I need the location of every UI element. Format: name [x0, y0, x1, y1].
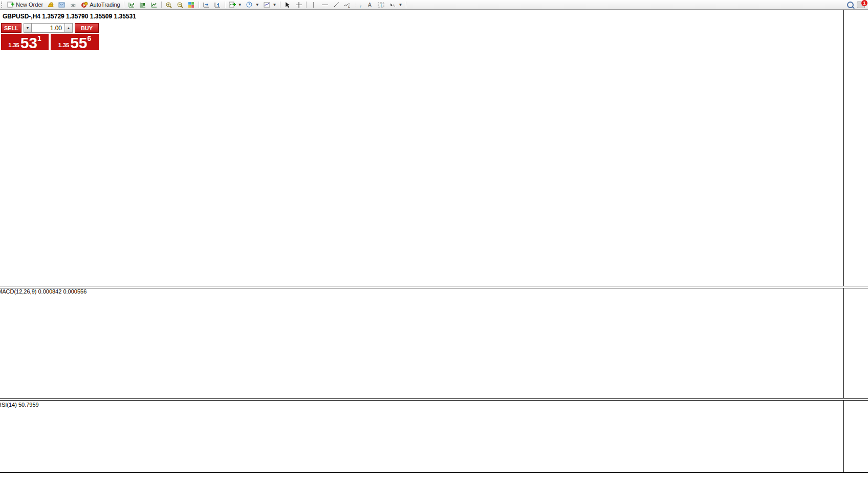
line-chart-icon: [150, 2, 158, 8]
indicators-button[interactable]: ▼: [227, 1, 244, 9]
zoom-out-icon: [177, 2, 184, 8]
caret-down-icon: ▼: [398, 3, 402, 7]
date-axis[interactable]: [0, 472, 868, 481]
symbol-ohlc-header: GBPUSD-,H4 1.35729 1.35790 1.35509 1.355…: [3, 13, 136, 20]
tile-windows-icon: [188, 2, 195, 8]
toolbar: New Order AutoTrading: [0, 0, 868, 10]
tile-windows-button[interactable]: [186, 1, 197, 9]
volume-increment-button[interactable]: ▲: [64, 23, 73, 33]
mt4-window: New Order AutoTrading: [0, 0, 868, 481]
separator: [280, 2, 280, 8]
pane-separator[interactable]: [0, 286, 868, 288]
autotrading-label: AutoTrading: [90, 2, 120, 8]
candlestick-button[interactable]: [137, 1, 148, 9]
bar-chart-icon: [128, 2, 135, 8]
buy-price-small: 1.35: [58, 42, 69, 48]
line-chart-button[interactable]: [148, 1, 160, 9]
volume-input[interactable]: [32, 23, 64, 33]
shapes-arrows-icon: [389, 2, 396, 8]
separator: [225, 2, 225, 8]
trendline-tool[interactable]: [331, 1, 342, 9]
buy-price-sup: 6: [88, 34, 92, 43]
search-icon[interactable]: [847, 2, 854, 8]
horizontal-line-icon: [321, 2, 329, 8]
templates-icon: [264, 2, 271, 8]
crosshair-tool-button[interactable]: [293, 1, 305, 9]
sell-button[interactable]: SELL: [1, 23, 21, 33]
new-order-label: New Order: [16, 2, 43, 8]
ohlc-values: 1.35729 1.35790 1.35509 1.35531: [42, 13, 136, 20]
vertical-line-tool[interactable]: [308, 1, 319, 9]
sell-price[interactable]: 1.35 53 1: [1, 34, 49, 50]
price-axis[interactable]: [843, 10, 868, 472]
zoom-out-button[interactable]: [175, 1, 186, 9]
trendline-icon: [333, 2, 340, 8]
caret-down-icon: ▼: [255, 3, 259, 7]
bar-chart-button[interactable]: [126, 1, 137, 9]
zoom-in-button[interactable]: [163, 1, 175, 9]
vertical-line-icon: [310, 2, 317, 8]
separator: [306, 2, 307, 8]
community-button[interactable]: [56, 1, 68, 9]
symbol-period: GBPUSD-,H4: [3, 13, 40, 20]
autotrading-icon: [81, 2, 88, 8]
svg-text:T: T: [380, 3, 383, 8]
templates-button[interactable]: ▼: [262, 1, 279, 9]
gold-ingot-button[interactable]: [45, 1, 56, 9]
rsi-pane[interactable]: [0, 400, 843, 472]
autotrading-button[interactable]: AutoTrading: [79, 1, 122, 9]
signals-icon: [70, 2, 77, 8]
sell-price-sup: 1: [37, 34, 41, 43]
community-icon: [58, 2, 66, 8]
separator: [199, 2, 199, 8]
toolbar-right: 1: [847, 2, 867, 8]
notification-badge: 1: [861, 0, 867, 6]
buy-price[interactable]: 1.35 55 6: [51, 34, 99, 50]
main-chart-pane[interactable]: [0, 10, 843, 286]
new-order-icon: [7, 2, 14, 8]
svg-text:F: F: [360, 5, 362, 8]
auto-scroll-button[interactable]: [201, 1, 212, 9]
shapes-tool[interactable]: ▼: [387, 1, 404, 9]
text-tool[interactable]: A: [364, 1, 376, 9]
volume-decrement-button[interactable]: ▼: [24, 23, 32, 33]
rsi-indicator-label: RSI(14) 50.7959: [0, 402, 39, 408]
fibonacci-icon: F: [355, 2, 362, 8]
new-order-button[interactable]: New Order: [5, 1, 45, 9]
equidistant-channel-tool[interactable]: E: [342, 1, 353, 9]
crosshair-icon: [295, 2, 302, 8]
svg-text:A: A: [368, 2, 372, 8]
separator: [161, 2, 162, 8]
buy-price-big: 55: [70, 36, 87, 50]
auto-scroll-icon: [203, 2, 210, 8]
text-label-icon: T: [378, 2, 385, 8]
cursor-icon: [284, 2, 291, 8]
separator: [124, 2, 124, 8]
toolbar-grip: [1, 2, 4, 8]
indicators-icon: [229, 2, 236, 8]
periods-button[interactable]: ▼: [244, 1, 262, 9]
cursor-tool-button[interactable]: [282, 1, 293, 9]
sell-price-big: 53: [20, 36, 37, 50]
text-a-icon: A: [366, 2, 374, 8]
svg-text:E: E: [348, 5, 350, 8]
text-label-tool[interactable]: T: [376, 1, 387, 9]
macd-indicator-label: MACD(12,26,9) 0.000842 0.000556: [0, 288, 86, 295]
horizontal-line-tool[interactable]: [319, 1, 331, 9]
caret-down-icon: ▼: [273, 3, 277, 7]
notifications-icon[interactable]: 1: [857, 2, 865, 8]
candlestick-icon: [139, 2, 146, 8]
caret-down-icon: ▼: [238, 3, 242, 7]
gold-ingot-icon: [47, 2, 54, 8]
one-click-trading-panel: SELL ▼ ▲ BUY 1.35 53 1 1.35 55 6: [1, 23, 99, 50]
sell-price-small: 1.35: [8, 42, 19, 48]
chart-shift-button[interactable]: [212, 1, 223, 9]
pane-separator[interactable]: [0, 398, 868, 401]
separator: [406, 2, 406, 8]
signals-button[interactable]: [68, 1, 79, 9]
buy-button[interactable]: BUY: [75, 23, 99, 33]
fibonacci-tool[interactable]: F: [353, 1, 364, 9]
macd-pane[interactable]: [0, 287, 843, 398]
chart-shift-icon: [214, 2, 221, 8]
channel-icon: E: [344, 2, 351, 8]
